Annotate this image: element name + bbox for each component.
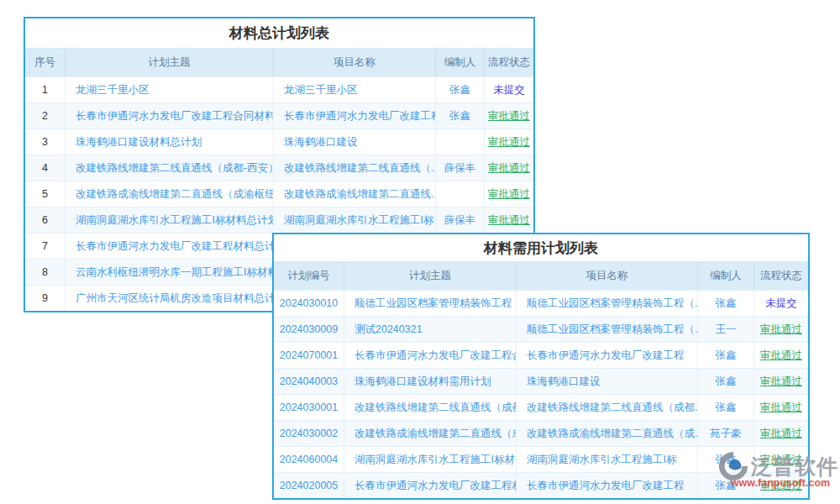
cell-row-number: 5: [25, 181, 66, 207]
cell-author[interactable]: 张鑫: [698, 473, 754, 498]
table-row: 2024070001长春市伊通河水力发电厂改建工程合...长春市伊通河水力发电厂…: [274, 342, 808, 368]
cell-subject[interactable]: 长春市伊通河水力发电厂改建工程材...: [344, 473, 517, 498]
cell-project[interactable]: 珠海鹤港口建设: [517, 369, 698, 394]
cell-status[interactable]: 审批通过: [485, 181, 533, 207]
cell-project[interactable]: 改建铁路线增建第二线直通线（...: [274, 155, 436, 181]
cell-subject[interactable]: 云南水利枢纽潜明水库一期工程施工I标材料...: [66, 260, 274, 285]
cell-author[interactable]: 张鑫: [698, 343, 754, 368]
table-row: 2024020005长春市伊通河水力发电厂改建工程材...长春市伊通河水力发电厂…: [274, 472, 808, 498]
cell-project[interactable]: 珠海鹤港口建设: [274, 129, 436, 155]
cell-plan-code[interactable]: 2024030010: [274, 291, 344, 316]
column-header-4: 流程状态: [754, 262, 808, 290]
cell-status[interactable]: 审批通过: [485, 129, 533, 155]
cell-status[interactable]: 审批通过: [754, 317, 808, 342]
table-row: 2024030009测试20240321顺德工业园区档案管理精装饰工程（...王…: [274, 316, 808, 342]
cell-author[interactable]: 张鑫: [436, 77, 485, 102]
cell-row-number: 1: [25, 77, 66, 102]
cell-status[interactable]: 审批通过: [754, 421, 808, 446]
cell-subject[interactable]: 长春市伊通河水力发电厂改建工程合...: [344, 343, 517, 368]
cell-subject[interactable]: 改建铁路成渝线增建第二直通线（成渝枢纽...: [66, 181, 274, 207]
cell-status[interactable]: 审批通过: [485, 103, 533, 129]
cell-project[interactable]: 改建铁路成渝线增建第二直通线（成...: [517, 421, 698, 446]
cell-project[interactable]: 湖南洞庭湖水库引水工程施工I标: [517, 447, 698, 472]
cell-project[interactable]: 改建铁路线增建第二线直通线（成都...: [517, 395, 698, 420]
cell-subject[interactable]: 珠海鹤港口建设材料总计划: [66, 129, 274, 155]
cell-subject[interactable]: 改建铁路线增建第二线直通线（成都-西安）...: [66, 155, 274, 181]
cell-author[interactable]: [436, 181, 485, 207]
cell-author[interactable]: 薛保丰: [436, 207, 485, 233]
cell-status[interactable]: 审批通过: [485, 207, 533, 233]
cell-row-number: 4: [25, 155, 66, 181]
cell-project[interactable]: 长春市伊通河水力发电厂改建工程: [517, 343, 698, 368]
cell-project[interactable]: 龙湖三千里小区: [274, 77, 436, 102]
cell-plan-code[interactable]: 2024030009: [274, 317, 344, 342]
cell-plan-code[interactable]: 2024070001: [274, 343, 344, 368]
cell-status[interactable]: 审批通过: [485, 155, 533, 181]
cell-row-number: 7: [25, 234, 66, 259]
cell-plan-code[interactable]: 2024030001: [274, 395, 344, 420]
cell-author[interactable]: 张鑫: [698, 447, 754, 472]
cell-subject[interactable]: 改建铁路成渝线增建第二直通线（成...: [344, 421, 517, 446]
cell-plan-code[interactable]: 2024040003: [274, 369, 344, 394]
cell-subject[interactable]: 测试20240321: [344, 317, 517, 342]
column-header-4: 流程状态: [485, 49, 533, 76]
cell-row-number: 2: [25, 103, 66, 129]
table-row: 2024030002改建铁路成渝线增建第二直通线（成...改建铁路成渝线增建第二…: [274, 420, 808, 446]
material-need-plan-table: 材料需用计划列表 计划编号计划主题项目名称编制人流程状态 2024030010顺…: [272, 233, 810, 500]
column-header-2: 项目名称: [517, 262, 698, 290]
cell-project[interactable]: 长春市伊通河水力发电厂改建工程: [517, 473, 698, 498]
cell-author[interactable]: 苑子豪: [698, 421, 754, 446]
table-row: 2024060004湖南洞庭湖水库引水工程施工I标材...湖南洞庭湖水库引水工程…: [274, 446, 808, 472]
page: 材料总计划列表 序号计划主题项目名称编制人流程状态 1龙湖三千里小区龙湖三千里小…: [0, 0, 840, 504]
cell-author[interactable]: 王一: [698, 317, 754, 342]
table-row: 2024030001改建铁路线增建第二线直通线（成都...改建铁路线增建第二线直…: [274, 394, 808, 420]
cell-subject[interactable]: 珠海鹤港口建设材料需用计划: [344, 369, 517, 394]
material-total-plan-title: 材料总计划列表: [25, 18, 533, 49]
cell-subject[interactable]: 长春市伊通河水力发电厂改建工程合同材料...: [66, 103, 274, 129]
cell-subject[interactable]: 龙湖三千里小区: [66, 77, 274, 102]
cell-subject[interactable]: 湖南洞庭湖水库引水工程施工I标材...: [344, 447, 517, 472]
cell-subject[interactable]: 湖南洞庭湖水库引水工程施工I标材料总计划: [66, 207, 274, 233]
material-need-plan-title: 材料需用计划列表: [274, 234, 808, 262]
material-need-plan-body: 2024030010顺德工业园区档案管理精装饰工程（...顺德工业园区档案管理精…: [274, 290, 808, 498]
cell-project[interactable]: 改建铁路成渝线增建第二直通线...: [274, 181, 436, 207]
table-row: 4改建铁路线增建第二线直通线（成都-西安）...改建铁路线增建第二线直通线（..…: [25, 155, 533, 181]
column-header-3: 编制人: [436, 49, 485, 76]
cell-project[interactable]: 顺德工业园区档案管理精装饰工程（...: [517, 317, 698, 342]
cell-project[interactable]: 湖南洞庭湖水库引水工程施工I标: [274, 207, 436, 233]
cell-row-number: 9: [25, 286, 66, 311]
cell-author[interactable]: [436, 129, 485, 155]
cell-author[interactable]: 薛保丰: [436, 155, 485, 181]
cell-status[interactable]: 审批通过: [754, 343, 808, 368]
cell-subject[interactable]: 顺德工业园区档案管理精装饰工程（...: [344, 291, 517, 316]
table-row: 5改建铁路成渝线增建第二直通线（成渝枢纽...改建铁路成渝线增建第二直通线...…: [25, 181, 533, 207]
column-header-2: 项目名称: [274, 49, 436, 76]
cell-status[interactable]: 审批通过: [754, 473, 808, 498]
cell-author[interactable]: 张鑫: [698, 369, 754, 394]
cell-subject[interactable]: 长春市伊通河水力发电厂改建工程材料总计划: [66, 234, 274, 259]
column-header-0: 计划编号: [274, 262, 344, 290]
column-header-3: 编制人: [698, 262, 754, 290]
column-header-1: 计划主题: [66, 49, 274, 76]
cell-row-number: 6: [25, 207, 66, 233]
cell-subject[interactable]: 改建铁路线增建第二线直通线（成都...: [344, 395, 517, 420]
cell-status[interactable]: 审批通过: [754, 447, 808, 472]
cell-status[interactable]: 未提交: [485, 77, 533, 102]
cell-subject[interactable]: 广州市天河区统计局机房改造项目材料总计划: [66, 286, 274, 311]
cell-status[interactable]: 审批通过: [754, 395, 808, 420]
cell-project[interactable]: 长春市伊通河水力发电厂改建工程: [274, 103, 436, 129]
table-row: 2长春市伊通河水力发电厂改建工程合同材料...长春市伊通河水力发电厂改建工程张鑫…: [25, 102, 533, 129]
cell-plan-code[interactable]: 2024060004: [274, 447, 344, 472]
table-row: 2024040003珠海鹤港口建设材料需用计划珠海鹤港口建设张鑫审批通过: [274, 368, 808, 394]
table-row: 1龙湖三千里小区龙湖三千里小区张鑫未提交: [25, 76, 533, 102]
cell-author[interactable]: 张鑫: [436, 103, 485, 129]
table-row: 2024030010顺德工业园区档案管理精装饰工程（...顺德工业园区档案管理精…: [274, 290, 808, 316]
cell-status[interactable]: 未提交: [754, 291, 808, 316]
cell-plan-code[interactable]: 2024020005: [274, 473, 344, 498]
cell-author[interactable]: 张鑫: [698, 291, 754, 316]
cell-project[interactable]: 顺德工业园区档案管理精装饰工程（...: [517, 291, 698, 316]
column-header-0: 序号: [25, 49, 66, 76]
cell-author[interactable]: 张鑫: [698, 395, 754, 420]
cell-status[interactable]: 审批通过: [754, 369, 808, 394]
cell-plan-code[interactable]: 2024030002: [274, 421, 344, 446]
